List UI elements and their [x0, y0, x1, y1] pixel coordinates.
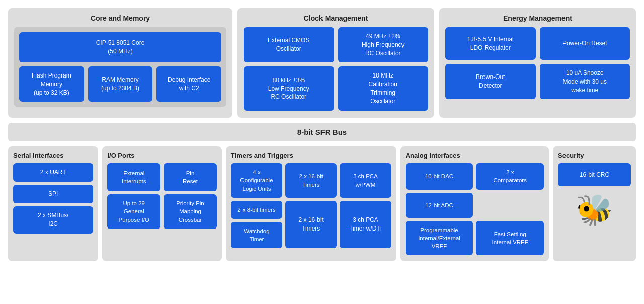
- comparators-block: 2 x Comparators: [476, 163, 544, 189]
- timers-triggers-section: Timers and Triggers 4 x Configurable Log…: [226, 146, 396, 261]
- pca-dti-block: 3 ch PCA Timer w/DTI: [340, 201, 391, 248]
- ldo-regulator-block: 1.8-5.5 V Internal LDO Regulator: [445, 27, 535, 60]
- uart-block: 2 x UART: [13, 163, 93, 182]
- spi-block: SPI: [13, 185, 93, 203]
- 49mhz-rc-osc-block: 49 MHz ±2% High Frequency RC Oscillator: [338, 27, 429, 62]
- watchdog-timer-block: Watchdog Timer: [231, 222, 282, 248]
- analog-grid: 10-bit DAC 2 x Comparators 12-bit ADC Pr…: [406, 163, 544, 255]
- configurable-logic-block: 4 x Configurable Logic Units: [231, 163, 282, 197]
- core-memory-title: Core and Memory: [14, 14, 226, 22]
- energy-management-section: Energy Management 1.8-5.5 V Internal LDO…: [439, 8, 636, 118]
- security-title: Security: [558, 151, 631, 159]
- 10mhz-cal-osc-block: 10 MHz Calibration Trimming Oscillator: [338, 66, 429, 110]
- clock-grid: External CMOS Oscillator 49 MHz ±2% High…: [244, 27, 428, 111]
- clock-management-section: Clock Management External CMOS Oscillato…: [237, 8, 434, 118]
- 16bit-timers-1-block: 2 x 16-bit Timers: [285, 163, 337, 197]
- security-inner: 16-bit CRC 🐝: [558, 163, 631, 228]
- ram-memory-block: RAM Memory (up to 2304 B): [88, 66, 153, 102]
- security-section: Security 16-bit CRC 🐝: [553, 146, 636, 261]
- io-ports-title: I/O Ports: [107, 151, 216, 159]
- pca-pwm-block: 3 ch PCA w/PWM: [340, 163, 391, 197]
- core-bottom-row: Flash Program Memory (up to 32 KB) RAM M…: [19, 66, 221, 102]
- priority-pin-block: Priority Pin Mapping Crossbar: [164, 194, 217, 229]
- top-row: Core and Memory CIP-51 8051 Core (50 MHz…: [8, 8, 636, 118]
- brown-out-detector-block: Brown-Out Detector: [445, 64, 535, 99]
- sfr-bus: 8-bit SFR Bus: [8, 123, 636, 141]
- ext-interrupts-block: External Interrupts: [107, 163, 160, 191]
- serial-items: 2 x UART SPI 2 x SMBus/ I2C: [13, 163, 93, 233]
- analog-empty: [476, 193, 544, 218]
- dac-block: 10-bit DAC: [406, 163, 473, 189]
- core-memory-inner: CIP-51 8051 Core (50 MHz) Flash Program …: [14, 27, 226, 107]
- crc-block: 16-bit CRC: [558, 163, 631, 186]
- 80khz-rc-osc-block: 80 kHz ±3% Low Frequency RC Oscillator: [244, 66, 334, 110]
- vref-prog-block: Programmable Internal/External VREF: [406, 221, 473, 255]
- serial-interfaces-title: Serial Interfaces: [13, 151, 93, 159]
- smbus-block: 2 x SMBus/ I2C: [13, 206, 93, 234]
- main-wrapper: Core and Memory CIP-51 8051 Core (50 MHz…: [8, 8, 636, 261]
- analog-interfaces-section: Analog Interfaces 10-bit DAC 2 x Compara…: [400, 146, 549, 261]
- flash-memory-block: Flash Program Memory (up to 32 KB): [19, 66, 84, 102]
- power-on-reset-block: Power-On Reset: [540, 27, 630, 60]
- io-ports-section: I/O Ports External Interrupts Pin Reset …: [102, 146, 221, 261]
- ext-cmos-osc-block: External CMOS Oscillator: [244, 27, 334, 62]
- core-top: CIP-51 8051 Core (50 MHz): [19, 32, 221, 62]
- io-grid: External Interrupts Pin Reset Up to 29 G…: [107, 163, 216, 229]
- analog-interfaces-title: Analog Interfaces: [406, 151, 544, 159]
- timers-top-grid: 4 x Configurable Logic Units 2 x 16-bit …: [231, 163, 391, 197]
- snooze-mode-block: 10 uA Snooze Mode with 30 us wake time: [540, 64, 630, 99]
- energy-management-title: Energy Management: [445, 14, 630, 22]
- adc-block: 12-bit ADC: [406, 193, 473, 218]
- cip-51-block: CIP-51 8051 Core (50 MHz): [19, 32, 221, 62]
- timers-bottom-grid: 2 x 8-bit timers Watchdog Timer 2 x 16-b…: [231, 201, 391, 248]
- pin-reset-block: Pin Reset: [164, 163, 217, 191]
- serial-interfaces-section: Serial Interfaces 2 x UART SPI 2 x SMBus…: [8, 146, 98, 261]
- core-memory-section: Core and Memory CIP-51 8051 Core (50 MHz…: [8, 8, 232, 118]
- energy-grid: 1.8-5.5 V Internal LDO Regulator Power-O…: [445, 27, 630, 99]
- bee-icon: 🐝: [576, 192, 613, 228]
- gpio-block: Up to 29 General Purpose I/O: [107, 194, 160, 229]
- vref-fast-block: Fast Settling Internal VREF: [476, 221, 544, 255]
- bottom-row: Serial Interfaces 2 x UART SPI 2 x SMBus…: [8, 146, 636, 261]
- debug-interface-block: Debug Interface with C2: [156, 66, 221, 102]
- timers-triggers-title: Timers and Triggers: [231, 151, 391, 159]
- 8bit-timers-block: 2 x 8-bit timers: [231, 201, 282, 219]
- 16bit-timers-2-block: 2 x 16-bit Timers: [285, 201, 337, 248]
- timers-bottom-left: 2 x 8-bit timers Watchdog Timer: [231, 201, 282, 248]
- clock-management-title: Clock Management: [244, 14, 428, 22]
